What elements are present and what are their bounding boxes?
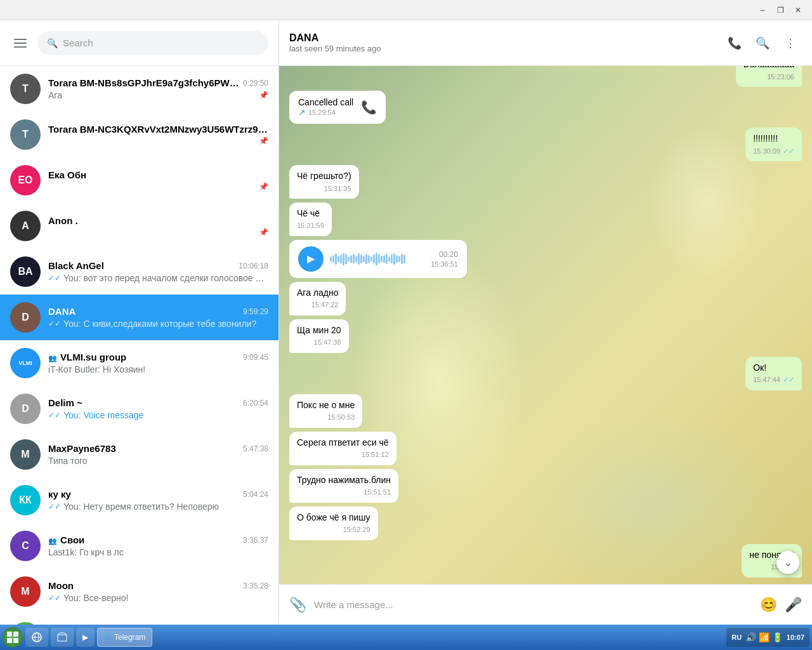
chat-name: DANA <box>48 306 75 317</box>
chat-item[interactable]: ЕОЕка Обн📌 <box>0 157 278 203</box>
waveform-bar <box>386 254 388 264</box>
waveform-bar <box>360 255 362 263</box>
chat-item[interactable]: AAnon .📌 <box>0 203 278 249</box>
emoji-button[interactable]: 😊 <box>760 597 777 613</box>
chat-name: MaxPayne6783 <box>48 443 116 454</box>
chat-preview: Ага <box>48 90 256 100</box>
message-bubble: Чё чё15:31:59 <box>289 202 332 236</box>
chat-top-row: ку ку5:04:24 <box>48 489 268 500</box>
message-meta: 15:50:53 <box>297 413 355 422</box>
search-box[interactable]: 🔍 <box>38 31 268 55</box>
chat-bottom-row: 📌 <box>48 228 268 237</box>
waveform-bar <box>350 255 352 263</box>
message-text: Чё грешьто?) <box>297 170 351 183</box>
sidebar: 🔍 TTorara BM-NBs8sGPJhrE9a7g3fchy6PWWAgR… <box>0 20 279 625</box>
message-bubble: Трудно нажимать.блин15:51:51 <box>289 469 398 503</box>
scroll-down-button[interactable]: ⌄ <box>776 551 799 574</box>
chat-time: 6:20:54 <box>243 399 268 408</box>
chat-item[interactable]: MMoon3:35:28✓✓You: Все-верно! <box>0 569 278 614</box>
message-text: Покс не о мне <box>297 399 355 412</box>
search-chat-button[interactable]: 🔍 <box>751 32 774 55</box>
chat-top-row: Black AnGel10:06:18 <box>48 260 268 271</box>
chat-item[interactable]: VLMI👥 VLMI.su group9:09:45iT-Кот Butler:… <box>0 340 278 386</box>
taskbar-btn-explorer[interactable] <box>51 628 74 647</box>
messages-area: July 31 Ауу14:57:20✓✓Дана мне нужна15:01… <box>279 66 812 584</box>
start-button[interactable] <box>3 627 23 647</box>
message-text: Ок! <box>753 362 794 375</box>
restore-btn[interactable]: ❐ <box>771 1 789 19</box>
waveform-bar <box>391 255 393 263</box>
taskbar: ▶ ✈ Telegram RU 🔊 📶 🔋 10:07 <box>0 625 812 650</box>
chat-item[interactable]: TTorara BM-NBs8sGPJhrE9a7g3fchy6PWWAgRuG… <box>0 66 278 112</box>
message-bubble: Ага ладно15:47:22 <box>289 282 346 315</box>
chat-content: Ека Обн📌 <box>48 169 268 191</box>
telegram-taskbar-label: Telegram <box>114 633 145 642</box>
waveform-bar <box>396 255 398 263</box>
svg-rect-2 <box>14 46 27 48</box>
chat-name: Delim ~ <box>48 397 82 408</box>
message-meta: 15:31:59 <box>297 221 324 230</box>
message-text: Серега птветит еси чё <box>297 437 389 449</box>
chat-name: Ека Обн <box>48 169 86 180</box>
chat-header: DANA last seen 59 minutes ago 📞 🔍 ⋮ <box>279 20 812 66</box>
svg-rect-5 <box>7 638 12 643</box>
message-row: Чё грешьто?)15:31:35 <box>289 165 802 199</box>
taskbar-btn-arrow[interactable]: ▶ <box>76 628 95 647</box>
chat-preview: You: вот это перед началом сделки голосо… <box>63 273 268 283</box>
chat-item[interactable]: ААндрей Игры23:26:07Missed call <box>0 614 278 625</box>
taskbar-btn-telegram[interactable]: ✈ Telegram <box>97 628 152 647</box>
message-time: 15:47:44 <box>753 375 780 385</box>
avatar: ЕО <box>10 165 41 196</box>
minimize-btn[interactable]: – <box>754 1 771 19</box>
svg-rect-1 <box>14 43 27 44</box>
chat-item[interactable]: TTorara BM-NC3KQXRvVxt2MNzwy3U56WTzrz94M… <box>0 112 278 157</box>
message-bubble: Серега птветит еси чё15:51:12 <box>289 432 396 465</box>
message-input[interactable] <box>314 599 752 610</box>
search-input[interactable] <box>63 37 259 48</box>
chat-content: Delim ~6:20:54✓✓You: Voice message <box>48 397 268 420</box>
chat-item[interactable]: С👥 Свои3:36:37Last1k: Го крч в лс <box>0 523 278 569</box>
chat-top-row: Anon . <box>48 215 268 226</box>
message-time: 15:52:29 <box>343 525 370 534</box>
chat-top-row: 👥 VLMI.su group9:09:45 <box>48 352 268 362</box>
message-check-icon: ✓✓ <box>783 375 794 385</box>
chat-item[interactable]: DDelim ~6:20:54✓✓You: Voice message <box>0 386 278 432</box>
pin-icon: 📌 <box>259 182 268 191</box>
telegram-taskbar-icon: ✈ <box>104 633 110 642</box>
chat-bottom-row: 📌 <box>48 182 268 191</box>
chat-item[interactable]: DDANA9:59:29✓✓You: С киви,следаками кото… <box>0 295 278 340</box>
more-options-button[interactable]: ⋮ <box>779 32 802 55</box>
waveform-bar <box>383 255 385 263</box>
message-text: О боже чё я пишу <box>297 512 370 524</box>
chat-name: Anon . <box>48 215 78 226</box>
chat-content: Anon .📌 <box>48 215 268 237</box>
waveform-bar <box>376 253 377 265</box>
chat-time: 5:47:38 <box>243 444 268 453</box>
attach-button[interactable]: 📎 <box>289 597 306 613</box>
chat-item[interactable]: MMaxPayne67835:47:38Типа того <box>0 432 278 477</box>
chat-preview: Типа того <box>48 456 268 466</box>
call-button[interactable]: 📞 <box>723 32 746 55</box>
waveform-bar <box>348 256 350 262</box>
chat-bottom-row: ✓✓You: Все-верно! <box>48 593 268 603</box>
mic-button[interactable]: 🎤 <box>785 597 802 613</box>
chat-name: ку ку <box>48 489 71 500</box>
tray-lang: RU <box>731 633 742 641</box>
close-btn[interactable]: ✕ <box>789 1 807 19</box>
taskbar-btn-ie[interactable] <box>25 628 48 647</box>
message-bubble: !!!!!!!!!!15:30:09✓✓ <box>745 128 802 161</box>
menu-button[interactable] <box>10 33 30 53</box>
message-row: Cancelled call↗15:29:54📞 <box>289 91 802 124</box>
message-text: Danaaaaaaa <box>743 66 794 71</box>
waveform-bar <box>378 254 380 263</box>
call-info: Cancelled call↗15:29:54 <box>298 97 353 117</box>
play-button[interactable]: ▶ <box>298 246 324 272</box>
chat-item[interactable]: BABlack AnGel10:06:18✓✓You: вот это пере… <box>0 249 278 295</box>
chat-bottom-row: Типа того <box>48 456 268 466</box>
chat-item[interactable]: ККку ку5:04:24✓✓You: Нету время ответить… <box>0 477 278 523</box>
message-time: 15:50:53 <box>327 413 355 422</box>
chat-top-row: Ека Обн <box>48 169 268 180</box>
waveform-bar <box>401 254 403 264</box>
message-text: Ща мин 20 <box>297 324 341 337</box>
message-time: 15:31:35 <box>324 184 351 194</box>
